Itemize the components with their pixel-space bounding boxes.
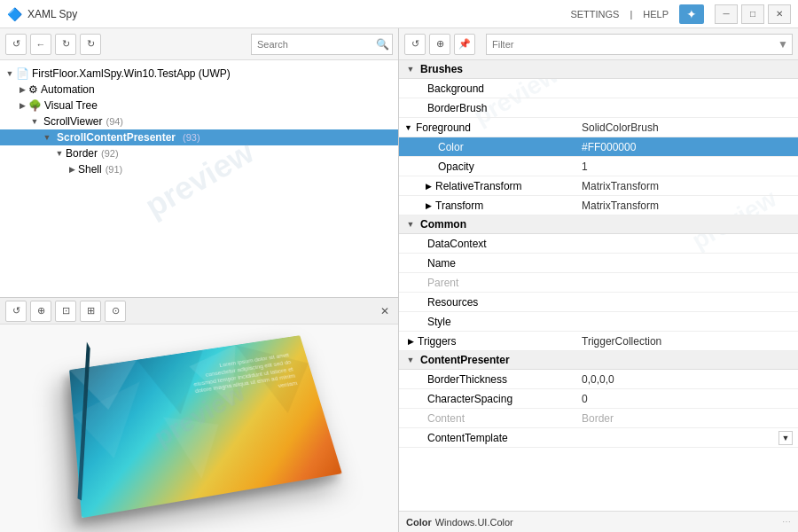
section-common[interactable]: ▼ Common <box>399 215 798 234</box>
relativetransform-value: MatrixTransform <box>576 178 798 194</box>
shell-count: (91) <box>106 164 123 175</box>
iso-preview: Lorem ipsum dolor sit amet consectetur a… <box>75 340 324 499</box>
tree-node-automation[interactable]: ▶ ⚙ Automation <box>0 82 398 98</box>
refresh-button[interactable]: ↺ <box>5 34 27 55</box>
prop-borderthickness[interactable]: BorderThickness 0,0,0,0 <box>399 370 798 389</box>
search-icon: 🔍 <box>376 38 393 51</box>
tree-area: preview ▼ 📄 FirstFloor.XamlSpy.Win10.Tes… <box>0 60 398 297</box>
tree-node-scrollviewer[interactable]: ▼ ScrollViewer (94) <box>0 113 398 129</box>
transform-expander[interactable]: ▶ <box>426 201 432 210</box>
root-label: FirstFloor.XamlSpy.Win10.TestApp (UWP) <box>32 67 231 80</box>
preview-zoom-btn[interactable]: ⊙ <box>105 301 126 322</box>
help-nav[interactable]: HELP <box>643 9 669 20</box>
brushes-expander[interactable]: ▼ <box>404 63 417 75</box>
scrollcontentpresenter-label: ScrollContentPresenter <box>53 131 179 144</box>
section-brushes[interactable]: ▼ Brushes <box>399 60 798 79</box>
title-bar-left: 🔷 XAML Spy <box>7 7 77 21</box>
triggers-expander[interactable]: ▶ <box>408 337 414 346</box>
prop-relativetransform[interactable]: ▶ RelativeTransform MatrixTransform <box>399 176 798 196</box>
scrollcontentpresenter-expander[interactable]: ▼ <box>41 131 53 144</box>
scrollviewer-expander[interactable]: ▼ <box>28 115 41 128</box>
transform-name: ▶ Transform <box>399 197 576 214</box>
preview-grid-btn[interactable]: ⊞ <box>80 301 101 322</box>
settings-nav[interactable]: SETTINGS <box>570 9 619 20</box>
minimize-button[interactable]: ─ <box>715 4 738 24</box>
common-label: Common <box>420 218 466 231</box>
prop-characterspacing[interactable]: CharacterSpacing 0 <box>399 389 798 409</box>
app-title: XAML Spy <box>27 8 77 20</box>
prop-opacity[interactable]: Opacity 1 <box>399 157 798 176</box>
prop-content[interactable]: Content Border <box>399 409 798 428</box>
tree-node-shell[interactable]: ▶ Shell (91) <box>0 161 398 177</box>
status-value: Windows.UI.Color <box>435 517 513 528</box>
prop-foreground[interactable]: ▼ Foreground SolidColorBrush <box>399 118 798 137</box>
borderthickness-name: BorderThickness <box>399 372 576 387</box>
automation-expander[interactable]: ▶ <box>16 83 28 96</box>
color-value: #FF000000 <box>576 139 798 155</box>
section-contentpresenter[interactable]: ▼ ContentPresenter <box>399 351 798 370</box>
prop-contenttemplate[interactable]: ContentTemplate ▼ <box>399 428 798 448</box>
prop-background[interactable]: Background <box>399 79 798 98</box>
filter-icon: ▼ <box>774 38 792 51</box>
right-pin-btn[interactable]: ⊕ <box>429 34 450 55</box>
tree-root[interactable]: ▼ 📄 FirstFloor.XamlSpy.Win10.TestApp (UW… <box>0 66 398 82</box>
filter-input[interactable] <box>487 35 774 54</box>
prop-resources[interactable]: Resources <box>399 293 798 312</box>
forward-button[interactable]: ↻ <box>55 34 76 55</box>
prop-style[interactable]: Style <box>399 312 798 332</box>
scrollviewer-count: (94) <box>106 116 123 127</box>
prop-transform[interactable]: ▶ Transform MatrixTransform <box>399 196 798 215</box>
datacontext-value <box>576 242 798 246</box>
border-expander[interactable]: ▼ <box>53 147 66 160</box>
relativetransform-name: ▶ RelativeTransform <box>399 177 576 194</box>
close-button[interactable]: ✕ <box>768 4 791 24</box>
preview-frame-btn[interactable]: ⊡ <box>55 301 76 322</box>
triggers-name: ▶ Triggers <box>399 332 576 349</box>
prop-triggers[interactable]: ▶ Triggers TriggerCollection <box>399 332 798 351</box>
window-controls: ─ □ ✕ <box>715 4 791 24</box>
visual-tree-expander[interactable]: ▶ <box>16 99 28 112</box>
preview-close-btn[interactable]: ✕ <box>377 303 393 319</box>
brand-icon: ✦ <box>686 7 697 21</box>
properties-area: ▼ Brushes Background BorderBrush ▼ Fore <box>399 60 798 511</box>
maximize-button[interactable]: □ <box>741 4 764 24</box>
tree-node-border[interactable]: ▼ Border (92) <box>0 145 398 161</box>
filter-box: ▼ <box>486 34 793 55</box>
tree-node-scrollcontentpresenter[interactable]: ▼ ScrollContentPresenter (93) <box>0 129 398 145</box>
preview-area: preview <box>0 325 398 532</box>
contenttemplate-name: ContentTemplate <box>399 430 576 446</box>
resources-value <box>576 301 798 304</box>
tree-node-visual-tree[interactable]: ▶ 🌳 Visual Tree <box>0 98 398 113</box>
shell-expander[interactable]: ▶ <box>66 163 78 176</box>
preview-pin-btn[interactable]: ⊕ <box>30 301 51 322</box>
search-input[interactable] <box>252 35 376 54</box>
scrollcontentpresenter-count: (93) <box>183 132 200 143</box>
prop-datacontext[interactable]: DataContext <box>399 234 798 254</box>
prop-color[interactable]: Color #FF000000 <box>399 137 798 157</box>
prop-name[interactable]: Name <box>399 254 798 273</box>
right-refresh-btn[interactable]: ↺ <box>404 34 426 55</box>
prop-borderbrush[interactable]: BorderBrush <box>399 98 798 118</box>
app-icon: 🔷 <box>7 7 22 21</box>
parent-value <box>576 281 798 285</box>
reload-button[interactable]: ↻ <box>80 34 101 55</box>
contentpresenter-expander[interactable]: ▼ <box>404 354 417 366</box>
foreground-expander[interactable]: ▼ <box>404 123 412 132</box>
contenttemplate-value: ▼ <box>576 429 798 447</box>
back-button[interactable]: ← <box>30 34 51 55</box>
status-label: Color <box>406 517 432 528</box>
right-panel: preview preview ↺ ⊕ 📌 ▼ ▼ Brushes Backgr… <box>399 28 798 532</box>
top-nav: SETTINGS | HELP <box>570 9 669 20</box>
nav-separator: | <box>630 9 632 20</box>
root-expander[interactable]: ▼ <box>4 67 16 80</box>
preview-refresh-btn[interactable]: ↺ <box>5 301 27 322</box>
common-expander[interactable]: ▼ <box>404 218 417 231</box>
right-clip-btn[interactable]: 📌 <box>454 34 475 55</box>
border-count: (92) <box>101 148 119 159</box>
prop-parent[interactable]: Parent <box>399 273 798 293</box>
relativetransform-expander[interactable]: ▶ <box>426 182 432 191</box>
shell-label: Shell <box>78 163 102 176</box>
resize-handle[interactable]: ⋯ <box>782 517 791 527</box>
contenttemplate-dropdown[interactable]: ▼ <box>778 431 793 445</box>
brushes-label: Brushes <box>420 63 463 75</box>
